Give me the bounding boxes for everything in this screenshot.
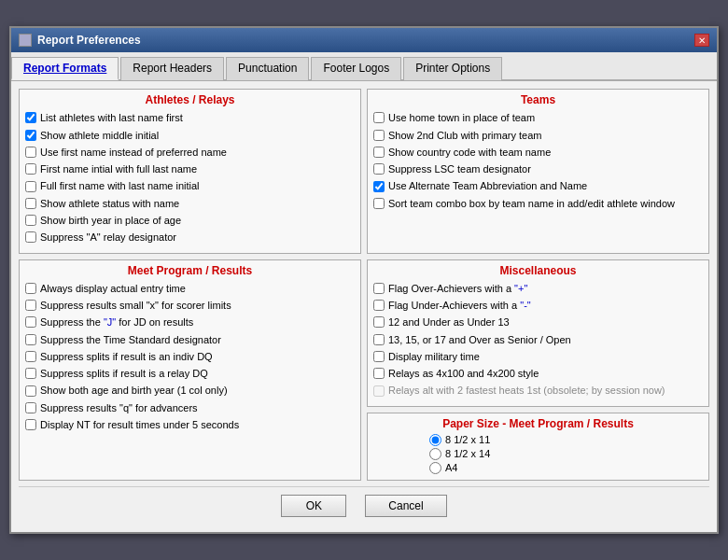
checkbox-birth-year[interactable] xyxy=(25,215,36,226)
main-content: Athletes / Relays List athletes with las… xyxy=(11,81,717,531)
checkbox-country-code[interactable] xyxy=(373,147,385,158)
list-item: Suppress splits if result is an indiv DQ xyxy=(25,349,355,364)
list-item: Suppress results "q" for advancers xyxy=(25,400,355,415)
label-nt-5sec: Display NT for result times under 5 seco… xyxy=(40,418,239,431)
ok-button[interactable]: OK xyxy=(281,495,346,517)
list-item: List athletes with last name first xyxy=(25,110,355,125)
paper-size-title: Paper Size - Meet Program / Results xyxy=(373,417,703,430)
tab-report-headers[interactable]: Report Headers xyxy=(120,57,224,80)
paper-size-section: Paper Size - Meet Program / Results 8 1/… xyxy=(367,413,709,481)
label-time-standard: Suppress the Time Standard designator xyxy=(40,333,221,346)
label-relay-style: Relays as 4x100 and 4x200 style xyxy=(388,367,539,380)
tab-footer-logos[interactable]: Footer Logos xyxy=(311,57,401,80)
checkbox-under-achievers[interactable] xyxy=(373,300,385,311)
list-item: Sort team combo box by team name in add/… xyxy=(373,196,703,211)
radio-8-5x14[interactable] xyxy=(429,448,441,460)
list-item: Suppress "A" relay designator xyxy=(25,230,355,245)
list-item: Full first name with last name initial xyxy=(25,178,355,193)
label-age-birth-year: Show both age and birth year (1 col only… xyxy=(40,384,228,397)
checkbox-preferred-name[interactable] xyxy=(25,147,36,158)
checkbox-over-achievers[interactable] xyxy=(373,283,385,294)
checkbox-first-intial-full-last[interactable] xyxy=(25,163,36,175)
checkbox-middle-initial[interactable] xyxy=(25,130,36,141)
checkbox-full-first-last-initial[interactable] xyxy=(25,181,36,192)
title-bar-left: Report Preferences xyxy=(19,34,141,47)
label-sort-team-combo: Sort team combo box by team name in add/… xyxy=(388,197,675,210)
button-bar: OK Cancel xyxy=(19,486,709,525)
tab-punctuation[interactable]: Punctuation xyxy=(226,57,309,80)
list-item: Use home town in place of team xyxy=(373,110,703,125)
list-item: Suppress LSC team designator xyxy=(373,161,703,176)
list-item: Display NT for result times under 5 seco… xyxy=(25,417,355,432)
checkbox-2nd-club[interactable] xyxy=(373,130,385,141)
checkbox-athlete-status[interactable] xyxy=(25,198,36,209)
list-item: 13, 15, or 17 and Over as Senior / Open xyxy=(373,332,703,347)
list-item: Suppress the "J" for JD on results xyxy=(25,315,355,329)
radio-row: 8 1/2 x 11 xyxy=(429,434,490,446)
label-q-advancers: Suppress results "q" for advancers xyxy=(40,401,198,414)
checkbox-q-advancers[interactable] xyxy=(25,402,36,413)
list-item: Flag Over-Achievers with a "+" xyxy=(373,281,703,296)
checkbox-jd-results[interactable] xyxy=(25,316,36,328)
tab-printer-options[interactable]: Printer Options xyxy=(403,57,502,80)
radio-a4[interactable] xyxy=(429,462,441,474)
checkbox-age-birth-year[interactable] xyxy=(25,385,36,397)
label-8-5x11: 8 1/2 x 11 xyxy=(445,434,490,445)
radio-8-5x11[interactable] xyxy=(429,434,441,446)
tab-bar: Report Formats Report Headers Punctuatio… xyxy=(11,52,717,81)
label-under-achievers: Flag Under-Achievers with a "-" xyxy=(388,299,531,312)
checkbox-actual-entry[interactable] xyxy=(25,283,36,294)
meet-program-title: Meet Program / Results xyxy=(25,264,355,277)
label-a4: A4 xyxy=(445,462,457,473)
label-lsc-designator: Suppress LSC team designator xyxy=(388,162,531,175)
label-12-under-13: 12 and Under as Under 13 xyxy=(388,315,510,329)
checkbox-relay-dq[interactable] xyxy=(25,368,36,379)
radio-row: A4 xyxy=(429,462,457,474)
checkbox-relay-style[interactable] xyxy=(373,368,385,379)
tab-report-formats[interactable]: Report Formats xyxy=(11,57,119,80)
colored-plus: "+" xyxy=(514,283,527,294)
label-senior-open: 13, 15, or 17 and Over as Senior / Open xyxy=(388,333,571,346)
label-jd-results: Suppress the "J" for JD on results xyxy=(40,315,193,329)
teams-title: Teams xyxy=(373,93,703,106)
label-indiv-dq: Suppress splits if result is an indiv DQ xyxy=(40,350,213,363)
label-last-name-first: List athletes with last name first xyxy=(40,111,183,124)
label-military-time: Display military time xyxy=(388,350,480,363)
checkbox-12-under-13[interactable] xyxy=(373,316,385,328)
checkbox-relay-designator[interactable] xyxy=(25,231,36,243)
checkbox-military-time[interactable] xyxy=(373,351,385,362)
list-item: First name intial with full last name xyxy=(25,161,355,176)
list-item: Display military time xyxy=(373,349,703,364)
list-item: Show 2nd Club with primary team xyxy=(373,128,703,143)
label-preferred-name: Use first name instead of preferred name xyxy=(40,146,227,159)
meet-program-section: Meet Program / Results Always display ac… xyxy=(19,259,361,481)
list-item: Suppress results small "x" for scorer li… xyxy=(25,298,355,313)
main-window: Report Preferences ✕ Report Formats Repo… xyxy=(9,26,719,533)
checkbox-lsc-designator[interactable] xyxy=(373,163,385,175)
checkbox-alternate-team[interactable] xyxy=(373,181,385,192)
checkbox-relay-obsolete[interactable] xyxy=(373,385,385,397)
title-bar: Report Preferences ✕ xyxy=(11,28,717,52)
list-item: 12 and Under as Under 13 xyxy=(373,315,703,329)
window-icon xyxy=(19,34,32,47)
checkbox-home-town[interactable] xyxy=(373,112,385,123)
athletes-relays-section: Athletes / Relays List athletes with las… xyxy=(19,89,361,253)
checkbox-indiv-dq[interactable] xyxy=(25,351,36,362)
checkbox-time-standard[interactable] xyxy=(25,334,36,345)
list-item: Suppress splits if result is a relay DQ xyxy=(25,366,355,381)
checkbox-sort-team-combo[interactable] xyxy=(373,198,385,209)
checkbox-scorer-limits[interactable] xyxy=(25,300,36,311)
list-item: Use Alternate Team Abbreviation and Name xyxy=(373,178,703,193)
label-middle-initial: Show athlete middle initial xyxy=(40,129,159,142)
window-title: Report Preferences xyxy=(37,34,141,47)
colored-j: "J" xyxy=(104,316,116,328)
checkbox-nt-5sec[interactable] xyxy=(25,419,36,430)
list-item: Show both age and birth year (1 col only… xyxy=(25,383,355,398)
cancel-button[interactable]: Cancel xyxy=(365,495,446,517)
right-column: Miscellaneous Flag Over-Achievers with a… xyxy=(367,259,709,481)
checkbox-senior-open[interactable] xyxy=(373,334,385,345)
label-home-town: Use home town in place of team xyxy=(388,111,535,124)
checkbox-last-name-first[interactable] xyxy=(25,112,36,123)
close-button[interactable]: ✕ xyxy=(694,34,709,47)
list-item: Relays as 4x100 and 4x200 style xyxy=(373,366,703,381)
